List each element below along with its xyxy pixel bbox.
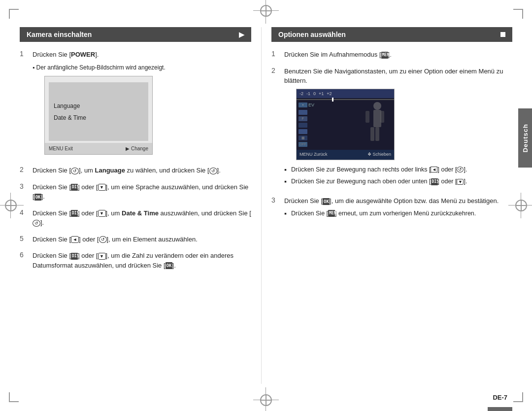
- left-section-title: Kamera einschalten: [27, 31, 92, 38]
- right-step-1-number: 1: [271, 50, 279, 60]
- step-6-content: Drücken Sie [DISP] oder [▼], um die Zahl…: [33, 251, 251, 270]
- ok-icon-3: OK: [34, 194, 41, 201]
- crosshair-top: [260, 5, 272, 17]
- step-4-number: 4: [20, 208, 28, 228]
- right-step-3-content: Drücken Sie [OK], um die ausgewählte Opt…: [284, 196, 512, 221]
- menu-item-datetime: Date & Time: [54, 113, 143, 122]
- disp-icon-bullet: DISP: [431, 178, 438, 185]
- right-step-3: 3 Drücken Sie [OK], um die ausgewählte O…: [271, 196, 512, 221]
- step-6: 6 Drücken Sie [DISP] oder [▼], um die Za…: [20, 251, 251, 270]
- step-3-content: Drücken Sie [DISP] oder [▼], um eine Spr…: [33, 182, 251, 202]
- right-section-square: [500, 32, 505, 37]
- corner-mark-br: [513, 392, 523, 402]
- svg-rect-5: [380, 111, 384, 123]
- svg-rect-1: [373, 110, 381, 127]
- camera-right-footer-left: MENU Zurück: [299, 151, 328, 158]
- side-tab: Deutsch: [518, 108, 532, 168]
- step-4-content: Drücken Sie [DISP] oder [▼], um Date & T…: [33, 208, 251, 228]
- right-step-2: 2 Benutzen Sie die Navigationstasten, um…: [271, 67, 512, 190]
- step-5-number: 5: [20, 235, 28, 244]
- right-column: Optionen auswählen 1 Drücken Sie im Aufn…: [261, 27, 512, 384]
- svg-rect-2: [370, 127, 374, 141]
- camera-screen-footer: MENU Exit ▶ Change: [45, 143, 152, 154]
- ok-icon-6: OK: [166, 262, 172, 269]
- step-2-number: 2: [20, 166, 28, 175]
- menu-item-language: Language: [54, 102, 143, 110]
- right-section-title: Optionen auswählen: [278, 31, 346, 38]
- ok-icon-r3: OK: [323, 198, 330, 205]
- step-5: 5 Drücken Sie [◄] oder [↺], um ein Eleme…: [20, 235, 251, 244]
- right-step-1-content: Drücken Sie im Aufnahmemodus [MENU].: [284, 50, 512, 60]
- menu-icon-r3: MENU: [328, 210, 335, 217]
- corner-mark-tl: [9, 9, 19, 19]
- left-section-arrow: ▶: [239, 31, 244, 38]
- step-1: 1 Drücken Sie [POWER]. ▪ Der anfängliche…: [20, 50, 251, 159]
- side-tab-label: Deutsch: [522, 124, 529, 152]
- left-section-header: Kamera einschalten ▶: [20, 27, 251, 42]
- page-number: DE-7: [493, 394, 507, 401]
- camera-right-footer-right: ❖ Schieben: [367, 151, 391, 158]
- left-column: Kamera einschalten ▶ 1 Drücken Sie [POWE…: [20, 27, 261, 384]
- step-2: 2 Drücken Sie [↺], um Language zu wählen…: [20, 166, 251, 175]
- corner-mark-bl: [9, 392, 19, 402]
- page-number-bar: [488, 407, 512, 411]
- right-step-1: 1 Drücken Sie im Aufnahmemodus [MENU].: [271, 50, 512, 60]
- svg-rect-3: [375, 127, 379, 141]
- right-section-header: Optionen auswählen: [271, 27, 512, 42]
- crosshair-left: [5, 200, 17, 211]
- camera-footer-left: MENU Exit: [49, 145, 73, 152]
- disp-icon-4: DISP: [71, 210, 78, 217]
- bullet-3: ▪ Drücken Sie [MENU] erneut, um zum vorh…: [284, 209, 512, 218]
- menu-icon-1: MENU: [381, 52, 388, 59]
- camera-icons-panel: ▪ EV F ▦ OFF: [299, 102, 314, 147]
- step-6-number: 6: [20, 251, 28, 270]
- step-1-number: 1: [20, 50, 28, 159]
- camera-screen-menu: Language Date & Time: [49, 82, 148, 141]
- step-3-number: 3: [20, 182, 28, 202]
- step-5-content: Drücken Sie [◄] oder [↺], um ein Element…: [33, 235, 251, 244]
- camera-screen-left: Language Date & Time MENU Exit ▶ Change: [44, 76, 153, 155]
- svg-point-0: [373, 102, 381, 110]
- person-silhouette: [363, 101, 387, 148]
- bullet-1: ▪ Drücken Sie zur Bewegung nach rechts o…: [284, 165, 512, 174]
- right-step-2-content: Benutzen Sie die Navigationstasten, um z…: [284, 67, 512, 190]
- right-step-3-text: Drücken Sie [OK], um die ausgewählte Opt…: [284, 196, 512, 206]
- disp-icon-6: DISP: [71, 253, 78, 260]
- right-step-3-number: 3: [271, 196, 279, 221]
- step-4: 4 Drücken Sie [DISP] oder [▼], um Date &…: [20, 208, 251, 228]
- crosshair-right: [515, 200, 527, 211]
- bullet-2: ▪ Drücken Sie zur Bewegung nach oben ode…: [284, 177, 512, 186]
- right-step-2-number: 2: [271, 67, 279, 190]
- svg-rect-4: [366, 111, 369, 123]
- crosshair-bottom: [260, 394, 272, 406]
- step-1-sub: ▪ Der anfängliche Setup-Bildschirm wird …: [33, 64, 166, 71]
- camera-screen-right-footer: MENU Zurück ❖ Schieben: [297, 150, 394, 160]
- step-2-content: Drücken Sie [↺], um Language zu wählen, …: [33, 166, 251, 175]
- page-container: Kamera einschalten ▶ 1 Drücken Sie [POWE…: [20, 27, 512, 384]
- step-1-content: Drücken Sie [POWER]. ▪ Der anfängliche S…: [33, 50, 251, 159]
- disp-icon-3: DISP: [71, 184, 78, 191]
- camera-screen-right: -2 -1 0 +1 +2 ▪ EV: [296, 89, 395, 160]
- step-3: 3 Drücken Sie [DISP] oder [▼], um eine S…: [20, 182, 251, 202]
- camera-footer-right: ▶ Change: [126, 145, 148, 152]
- corner-mark-tr: [513, 9, 523, 19]
- right-step-2-text: Benutzen Sie die Navigationstasten, um z…: [284, 67, 512, 86]
